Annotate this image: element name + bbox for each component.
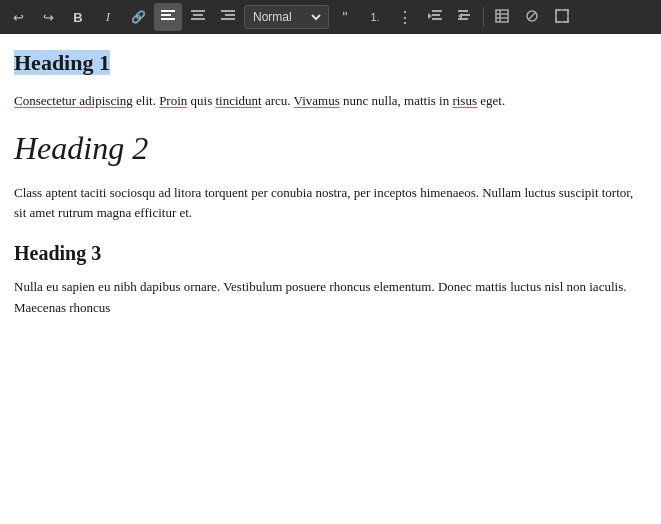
svg-rect-9 bbox=[432, 10, 442, 12]
indent-button[interactable] bbox=[451, 3, 479, 31]
heading1-wrapper: Heading 1 bbox=[14, 48, 647, 79]
svg-rect-17 bbox=[496, 10, 508, 22]
link-icon: 🔗 bbox=[131, 10, 146, 24]
redo-icon: ↪ bbox=[43, 10, 54, 25]
table-icon bbox=[495, 9, 509, 26]
svg-rect-8 bbox=[221, 18, 235, 20]
svg-rect-16 bbox=[458, 18, 468, 20]
table-button[interactable] bbox=[488, 3, 516, 31]
link-consectetur[interactable]: Consectetur adipiscing bbox=[14, 93, 133, 108]
maximize-button[interactable] bbox=[548, 3, 576, 31]
svg-rect-6 bbox=[221, 10, 235, 12]
italic-button[interactable]: I bbox=[94, 3, 122, 31]
redo-button[interactable]: ↪ bbox=[34, 3, 62, 31]
heading3: Heading 3 bbox=[14, 242, 647, 265]
more-options-button[interactable]: ⋮ bbox=[391, 3, 419, 31]
toolbar: ↩ ↪ B I 🔗 Normal Heading 1 Heading 2 Hea… bbox=[0, 0, 661, 34]
blockquote-button[interactable]: " bbox=[331, 3, 359, 31]
svg-rect-15 bbox=[460, 14, 470, 16]
align-right-button[interactable] bbox=[214, 3, 242, 31]
format-select-wrapper[interactable]: Normal Heading 1 Heading 2 Heading 3 bbox=[244, 5, 329, 29]
italic-icon: I bbox=[106, 9, 110, 25]
outdent-button[interactable] bbox=[421, 3, 449, 31]
more-options-icon: ⋮ bbox=[397, 8, 413, 27]
svg-rect-11 bbox=[432, 14, 440, 16]
indent-icon bbox=[458, 10, 472, 25]
bold-icon: B bbox=[73, 10, 82, 25]
link-vivamus[interactable]: Vivamus bbox=[294, 93, 340, 108]
paragraph3: Nulla eu sapien eu nibh dapibus ornare. … bbox=[14, 277, 647, 319]
bold-button[interactable]: B bbox=[64, 3, 92, 31]
link-risus[interactable]: risus bbox=[452, 93, 477, 108]
ordered-list-button[interactable]: 1. bbox=[361, 3, 389, 31]
ordered-list-icon: 1. bbox=[370, 11, 379, 23]
strikethrough-icon bbox=[525, 9, 539, 26]
link-button[interactable]: 🔗 bbox=[124, 3, 152, 31]
heading1: Heading 1 bbox=[14, 50, 110, 75]
strikethrough-button[interactable] bbox=[518, 3, 546, 31]
svg-rect-3 bbox=[191, 10, 205, 12]
align-center-icon bbox=[191, 10, 205, 25]
link-tincidunt[interactable]: tincidunt bbox=[215, 93, 261, 108]
link-proin[interactable]: Proin bbox=[159, 93, 187, 108]
svg-rect-1 bbox=[161, 14, 171, 16]
align-right-icon bbox=[221, 10, 235, 25]
align-left-icon bbox=[161, 10, 175, 25]
toolbar-divider bbox=[483, 7, 484, 27]
svg-rect-7 bbox=[225, 14, 235, 16]
svg-marker-10 bbox=[428, 13, 432, 19]
undo-button[interactable]: ↩ bbox=[4, 3, 32, 31]
paragraph1: Consectetur adipiscing elit. Proin quis … bbox=[14, 91, 647, 112]
outdent-icon bbox=[428, 10, 442, 25]
svg-rect-23 bbox=[556, 10, 568, 22]
editor-area[interactable]: Heading 1 Consectetur adipiscing elit. P… bbox=[0, 34, 661, 524]
svg-rect-12 bbox=[432, 18, 442, 20]
format-select[interactable]: Normal Heading 1 Heading 2 Heading 3 bbox=[249, 9, 324, 25]
undo-icon: ↩ bbox=[13, 10, 24, 25]
svg-rect-5 bbox=[191, 18, 205, 20]
align-center-button[interactable] bbox=[184, 3, 212, 31]
svg-rect-2 bbox=[161, 18, 175, 20]
svg-rect-4 bbox=[193, 14, 203, 16]
svg-rect-0 bbox=[161, 10, 175, 12]
heading2: Heading 2 bbox=[14, 130, 647, 167]
svg-line-22 bbox=[528, 12, 536, 20]
align-left-button[interactable] bbox=[154, 3, 182, 31]
paragraph2: Class aptent taciti sociosqu ad litora t… bbox=[14, 183, 647, 225]
svg-rect-13 bbox=[458, 10, 468, 12]
blockquote-icon: " bbox=[343, 9, 348, 25]
maximize-icon bbox=[555, 9, 569, 26]
